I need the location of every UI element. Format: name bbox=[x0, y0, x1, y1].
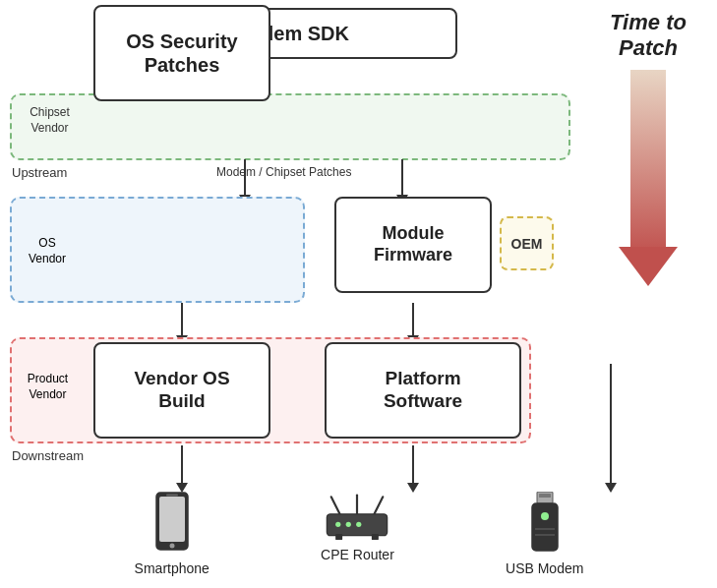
svg-rect-15 bbox=[532, 503, 558, 551]
svg-point-11 bbox=[346, 522, 351, 527]
svg-line-4 bbox=[331, 497, 340, 514]
smartphone-item: Smartphone bbox=[135, 492, 209, 576]
svg-line-5 bbox=[375, 497, 384, 514]
diagram-container: Android / IOS / Windows OS Type Linux / … bbox=[0, 0, 717, 588]
usb-modem-item: USB Modem bbox=[506, 492, 583, 576]
platform-sw-text: Platform Software bbox=[384, 368, 462, 413]
arrow-platform-to-cpe bbox=[412, 445, 414, 485]
time-arrow-body bbox=[630, 70, 666, 257]
usb-modem-label: USB Modem bbox=[506, 560, 583, 576]
cpe-router-item: CPE Router bbox=[321, 492, 394, 562]
svg-point-12 bbox=[357, 522, 362, 527]
time-to-patch-label: Time to Patch bbox=[589, 10, 707, 62]
chipset-vendor-bg bbox=[10, 93, 570, 160]
devices-row: Smartphone CPE Router bbox=[79, 492, 639, 576]
downstream-label: Downstream bbox=[12, 448, 84, 463]
svg-rect-14 bbox=[539, 494, 551, 498]
arrow-sdk-to-ospatch bbox=[244, 159, 246, 197]
oem-box: OEM bbox=[500, 216, 554, 270]
arrow-to-usb bbox=[610, 364, 612, 485]
arrow-vendor-to-smartphone bbox=[181, 445, 183, 485]
smartphone-label: Smartphone bbox=[135, 560, 209, 576]
cpe-router-icon bbox=[323, 492, 391, 541]
os-patches-text: OS Security Patches bbox=[126, 29, 237, 77]
svg-rect-3 bbox=[166, 495, 178, 497]
modem-patches-label: Modem / Chipset Patches bbox=[216, 165, 351, 179]
os-patches-box: OS Security Patches bbox=[93, 5, 270, 101]
oem-text: OEM bbox=[511, 236, 543, 252]
module-firmware-text: Module Firmware bbox=[374, 223, 452, 265]
upstream-label: Upstream bbox=[12, 165, 67, 180]
time-to-patch-arrow bbox=[624, 70, 673, 286]
usb-modem-icon bbox=[527, 492, 563, 555]
platform-sw-box: Platform Software bbox=[325, 342, 521, 439]
chipset-vendor-label: Chipset Vendor bbox=[18, 105, 82, 136]
module-firmware-box: Module Firmware bbox=[334, 197, 492, 293]
time-arrow-head bbox=[619, 247, 678, 286]
smartphone-icon bbox=[152, 492, 192, 555]
os-vendor-label: OS Vendor bbox=[18, 236, 77, 266]
arrow-ospatch-to-vendor bbox=[181, 303, 183, 337]
svg-point-16 bbox=[541, 512, 549, 520]
time-to-patch: Time to Patch bbox=[589, 10, 707, 286]
svg-rect-8 bbox=[336, 534, 343, 540]
arrow-sdk-to-firmware bbox=[401, 159, 403, 197]
svg-rect-1 bbox=[159, 497, 185, 542]
svg-point-10 bbox=[336, 522, 341, 527]
cpe-router-label: CPE Router bbox=[321, 547, 394, 562]
product-vendor-label: Product Vendor bbox=[16, 372, 80, 402]
svg-point-2 bbox=[169, 544, 174, 549]
arrow-firmware-to-platform bbox=[412, 303, 414, 337]
vendor-os-text: Vendor OS Build bbox=[134, 368, 229, 413]
svg-rect-9 bbox=[372, 534, 379, 540]
vendor-os-box: Vendor OS Build bbox=[93, 342, 270, 439]
